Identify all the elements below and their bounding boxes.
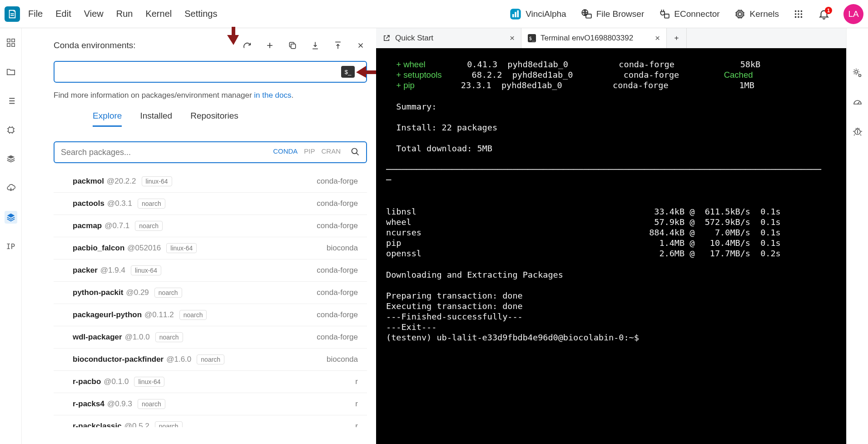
source-conda[interactable]: CONDA — [273, 147, 298, 158]
svg-point-10 — [798, 10, 799, 12]
source-pip[interactable]: PIP — [304, 147, 315, 158]
package-row[interactable]: pacmap @0.7.1noarchconda-forge — [54, 215, 367, 237]
svg-point-11 — [801, 10, 803, 12]
refresh-button[interactable] — [241, 39, 253, 52]
service-econnector[interactable]: EConnector — [658, 8, 719, 20]
svg-point-12 — [795, 13, 797, 15]
plug-icon — [658, 8, 670, 20]
svg-point-13 — [798, 13, 799, 15]
package-row[interactable]: r-packs4 @0.9.3noarchr — [54, 393, 367, 415]
package-channel: conda-forge — [317, 288, 358, 297]
package-row[interactable]: packageurl-python @0.11.2noarchconda-for… — [54, 304, 367, 326]
package-name: bioconductor-packfinder — [73, 355, 164, 364]
import-button[interactable] — [309, 39, 322, 52]
tab-add-button[interactable]: + — [667, 28, 687, 48]
menu-settings[interactable]: Settings — [184, 9, 217, 19]
right-sidebar — [846, 28, 868, 444]
package-version: @20.2.2 — [107, 177, 136, 186]
info-text: Find more information on packages/enviro… — [54, 91, 367, 100]
package-row[interactable]: wdl-packager @1.0.0noarchconda-forge — [54, 326, 367, 349]
menu-view[interactable]: View — [84, 9, 104, 19]
svg-point-16 — [798, 16, 799, 18]
sidebar-cloud-icon[interactable] — [5, 182, 17, 195]
search-icon[interactable] — [351, 147, 360, 158]
right-bug-icon[interactable] — [851, 125, 864, 138]
package-row[interactable]: bioconductor-packfinder @1.6.0noarchbioc… — [54, 349, 367, 371]
add-env-button[interactable] — [263, 39, 276, 52]
tab-close-button[interactable]: × — [655, 33, 660, 43]
svg-rect-3 — [517, 10, 519, 17]
chart-icon — [509, 8, 522, 20]
search-input[interactable] — [61, 148, 273, 157]
docs-link[interactable]: in the docs — [254, 91, 291, 100]
package-version: @1.0.0 — [125, 333, 150, 342]
conda-tabs: Explore Installed Repositories — [93, 111, 367, 127]
tab-explore[interactable]: Explore — [93, 111, 122, 127]
menu-run[interactable]: Run — [116, 9, 133, 19]
sidebar-layers-icon[interactable] — [5, 211, 17, 224]
tab-terminal[interactable]: $_ Terminal envO1698803392 × — [521, 28, 667, 48]
annotation-arrow-down — [227, 27, 240, 45]
package-list[interactable]: packmol @20.2.2linux-64conda-forgepactoo… — [54, 170, 367, 427]
package-row[interactable]: pacbio_falcon @052016linux-64bioconda — [54, 237, 367, 259]
sidebar-grid-icon[interactable] — [5, 36, 17, 49]
package-version: @0.5.2 — [124, 422, 149, 427]
service-filebrowser[interactable]: File Browser — [580, 8, 645, 20]
svg-point-9 — [795, 10, 797, 12]
package-channel: r — [355, 377, 358, 386]
environment-selector[interactable]: $_ ▾ — [54, 61, 367, 83]
source-cran[interactable]: CRAN — [321, 147, 341, 158]
tab-bar: Quick Start × $_ Terminal envO1698803392… — [376, 28, 846, 48]
tab-installed[interactable]: Installed — [140, 111, 172, 127]
clone-button[interactable] — [286, 39, 299, 52]
terminal-icon: $_ — [528, 34, 536, 42]
close-panel-button[interactable] — [354, 39, 367, 52]
package-row[interactable]: pactools @0.3.1noarchconda-forge — [54, 193, 367, 215]
notebook-icon — [7, 9, 17, 19]
sidebar-folder-icon[interactable] — [5, 65, 17, 78]
apps-grid-button[interactable] — [793, 8, 804, 20]
svg-point-14 — [801, 13, 803, 15]
svg-rect-21 — [11, 44, 14, 46]
terminal-output[interactable]: + wheel 0.41.3 pyhd8ed1ab_0 conda-forge … — [376, 48, 846, 444]
notification-badge: 1 — [825, 7, 832, 14]
package-channel: conda-forge — [317, 310, 358, 319]
sidebar-list-icon[interactable] — [5, 95, 17, 107]
package-arch: noarch — [155, 332, 183, 342]
package-row[interactable]: r-packclassic @0.5.2noarchr — [54, 415, 367, 427]
package-arch: noarch — [138, 199, 165, 209]
tab-quickstart[interactable]: Quick Start × — [376, 28, 521, 48]
service-kernels[interactable]: Kernels — [734, 8, 779, 20]
right-gear-icon[interactable] — [851, 67, 864, 80]
package-arch: noarch — [135, 221, 163, 231]
user-avatar[interactable]: LA — [843, 4, 863, 24]
notifications-button[interactable]: 1 — [818, 8, 830, 20]
conda-panel: Conda environments: $_ ▾ Find more infor… — [22, 28, 376, 444]
svg-rect-18 — [7, 39, 10, 42]
tab-repositories[interactable]: Repositories — [190, 111, 238, 127]
service-vincialpha[interactable]: VinciAlpha — [509, 8, 566, 20]
sidebar-ip-tool[interactable]: IP — [5, 240, 17, 253]
export-button[interactable] — [332, 39, 344, 52]
package-name: wdl-packager — [73, 333, 122, 342]
package-channel: conda-forge — [317, 199, 358, 208]
right-gauge-icon[interactable] — [851, 96, 864, 109]
package-arch: noarch — [154, 288, 182, 298]
chip-icon — [734, 8, 746, 20]
package-row[interactable]: r-pacbo @0.1.0linux-64r — [54, 371, 367, 393]
package-search[interactable]: CONDA PIP CRAN — [54, 141, 367, 163]
sidebar-chip-icon[interactable] — [5, 124, 17, 136]
sidebar-stack-icon[interactable] — [5, 153, 17, 165]
app-logo[interactable] — [5, 6, 20, 22]
package-row[interactable]: packmol @20.2.2linux-64conda-forge — [54, 170, 367, 193]
menu-kernel[interactable]: Kernel — [145, 9, 172, 19]
package-name: packageurl-python — [73, 310, 142, 319]
svg-rect-23 — [291, 44, 296, 49]
menu-file[interactable]: File — [28, 9, 43, 19]
tab-close-button[interactable]: × — [510, 33, 515, 43]
svg-rect-20 — [7, 44, 10, 46]
package-row[interactable]: packer @1.9.4linux-64conda-forge — [54, 259, 367, 282]
package-arch: noarch — [179, 310, 207, 320]
package-row[interactable]: python-packit @0.29noarchconda-forge — [54, 282, 367, 304]
menu-edit[interactable]: Edit — [55, 9, 71, 19]
